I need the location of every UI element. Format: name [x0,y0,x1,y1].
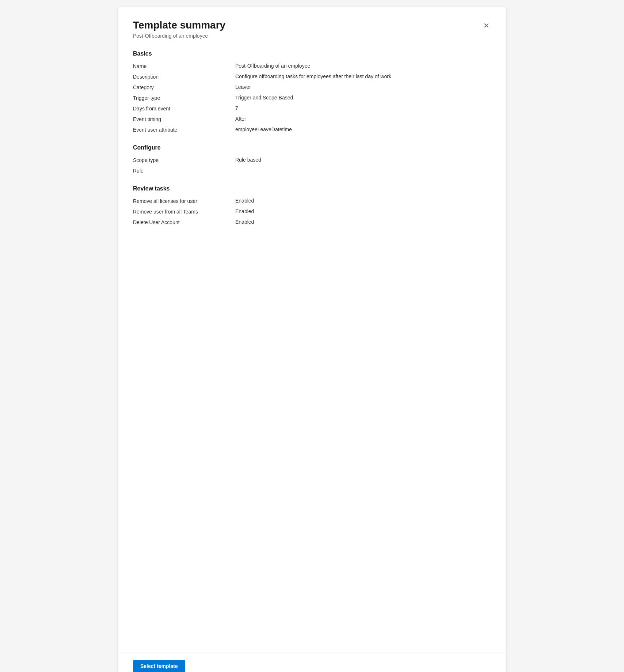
field-value-remove-teams: Enabled [235,208,491,214]
panel-title: Template summary [133,19,225,31]
field-row-remove-teams: Remove user from all Teams Enabled [133,208,491,215]
review-tasks-section: Review tasks Remove all licenses for use… [133,185,491,225]
field-label-rule: Rule [133,167,235,174]
close-icon: ✕ [483,22,490,29]
field-value-scope-type: Rule based [235,157,491,163]
configure-section: Configure Scope type Rule based Rule [133,144,491,174]
field-row-days-from-event: Days from event 7 [133,105,491,112]
field-row-category: Category Leaver [133,84,491,90]
template-summary-panel: Template summary Post-Offboarding of an … [118,7,506,672]
field-label-days-from-event: Days from event [133,105,235,112]
field-row-remove-licenses: Remove all licenses for user Enabled [133,198,491,204]
field-row-description: Description Configure offboarding tasks … [133,73,491,80]
select-template-button[interactable]: Select template [133,660,185,672]
field-row-scope-type: Scope type Rule based [133,157,491,163]
header-title-group: Template summary Post-Offboarding of an … [133,19,225,39]
panel-subtitle: Post-Offboarding of an employee [133,33,225,39]
close-button[interactable]: ✕ [482,20,491,31]
field-label-name: Name [133,63,235,69]
field-value-delete-account: Enabled [235,219,491,225]
field-label-event-timing: Event timing [133,116,235,122]
field-row-event-timing: Event timing After [133,116,491,122]
field-row-trigger-type: Trigger type Trigger and Scope Based [133,95,491,101]
field-value-event-timing: After [235,116,491,122]
field-label-remove-teams: Remove user from all Teams [133,208,235,215]
field-value-name: Post-Offboarding of an employee [235,63,491,69]
field-row-event-user-attribute: Event user attribute employeeLeaveDateti… [133,127,491,133]
panel-footer: Select template [118,653,506,672]
field-value-trigger-type: Trigger and Scope Based [235,95,491,101]
field-row-delete-account: Delete User Account Enabled [133,219,491,225]
field-label-delete-account: Delete User Account [133,219,235,225]
field-row-name: Name Post-Offboarding of an employee [133,63,491,69]
field-value-description: Configure offboarding tasks for employee… [235,73,491,79]
field-value-category: Leaver [235,84,491,90]
field-row-rule: Rule [133,167,491,174]
configure-heading: Configure [133,144,491,151]
basics-heading: Basics [133,50,491,57]
field-label-description: Description [133,73,235,80]
review-tasks-heading: Review tasks [133,185,491,192]
field-label-event-user-attribute: Event user attribute [133,127,235,133]
field-label-remove-licenses: Remove all licenses for user [133,198,235,204]
field-label-trigger-type: Trigger type [133,95,235,101]
field-label-scope-type: Scope type [133,157,235,163]
field-value-remove-licenses: Enabled [235,198,491,204]
field-value-days-from-event: 7 [235,105,491,111]
panel-header: Template summary Post-Offboarding of an … [133,19,491,39]
field-label-category: Category [133,84,235,90]
field-value-event-user-attribute: employeeLeaveDatetime [235,127,491,132]
basics-section: Basics Name Post-Offboarding of an emplo… [133,50,491,133]
